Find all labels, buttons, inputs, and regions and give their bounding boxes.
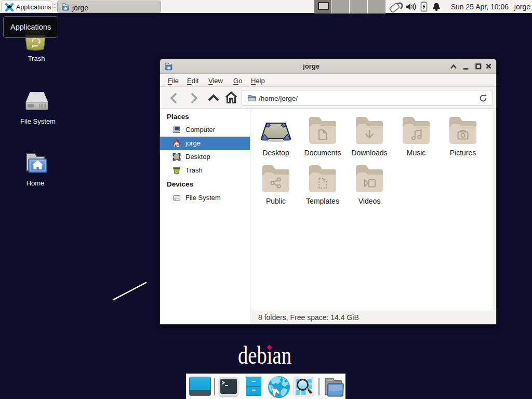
svg-text:debıan: debıan <box>238 341 291 367</box>
